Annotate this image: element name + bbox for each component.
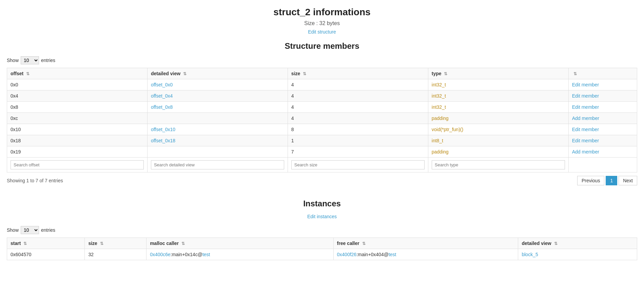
free-caller-suffix: :main+0x404@ — [356, 252, 389, 257]
inst-col-detailed: detailed view ⇅ — [518, 238, 637, 249]
search-detailed-view-input[interactable] — [151, 160, 284, 169]
instance-detailed-view: block_5 — [518, 249, 637, 260]
inst-col-start: start ⇅ — [7, 238, 85, 249]
member-detail-link[interactable]: offset_0x18 — [151, 138, 175, 143]
member-detail-link[interactable]: offset_0x0 — [151, 82, 173, 87]
edit-member-button[interactable]: Edit member — [568, 124, 637, 135]
member-offset: 0x4 — [7, 90, 148, 102]
edit-structure-link[interactable]: Edit structure — [308, 29, 336, 35]
member-type: int8_t — [428, 135, 568, 146]
structure-members-heading: Structure members — [7, 41, 637, 51]
member-detail-link[interactable]: offset_0x8 — [151, 104, 173, 110]
members-previous-button[interactable]: Previous — [577, 176, 604, 185]
malloc-caller-link[interactable]: 0x400c6e — [150, 252, 171, 257]
entries-select[interactable]: 10 25 50 100 — [21, 56, 39, 64]
add-member-button[interactable]: Add member — [568, 113, 637, 124]
members-page-1-button[interactable]: 1 — [606, 176, 617, 185]
free-caller-test-link[interactable]: test — [389, 252, 396, 257]
show-label-before: Show — [7, 58, 19, 63]
instance-row: 0x604570320x400c6e:main+0x14c@test0x400f… — [7, 249, 637, 260]
table-row: 0x197paddingAdd member — [7, 146, 637, 158]
page-title: struct_2 informations — [7, 7, 637, 18]
malloc-caller-test-link[interactable]: test — [202, 252, 210, 257]
free-caller-link[interactable]: 0x400f26 — [337, 252, 357, 257]
member-size: 4 — [288, 102, 428, 113]
col-type: type ⇅ — [428, 68, 568, 79]
edit-member-button[interactable]: Edit member — [568, 102, 637, 113]
show-instances-label-before: Show — [7, 227, 19, 233]
sort-offset-icon[interactable]: ⇅ — [26, 71, 30, 76]
member-detail-link[interactable]: offset_0x4 — [151, 93, 173, 99]
member-size: 1 — [288, 135, 428, 146]
sort-inst-detailed-icon[interactable]: ⇅ — [554, 241, 558, 246]
entries-instances-select[interactable]: 10 25 50 100 — [21, 226, 39, 234]
instances-table: start ⇅ size ⇅ malloc caller ⇅ free call… — [7, 238, 637, 260]
member-offset: 0x10 — [7, 124, 148, 135]
table-row: 0x8offset_0x84int32_tEdit member — [7, 102, 637, 113]
instance-detail-link[interactable]: block_5 — [522, 252, 538, 257]
member-detailed-view: offset_0x18 — [147, 135, 288, 146]
member-offset: 0x0 — [7, 79, 148, 90]
instance-start: 0x604570 — [7, 249, 85, 260]
member-detailed-view: offset_0x8 — [147, 102, 288, 113]
member-offset: 0x8 — [7, 102, 148, 113]
table-row: 0x0offset_0x04int32_tEdit member — [7, 79, 637, 90]
search-action-empty — [568, 158, 637, 172]
search-type-input[interactable] — [432, 160, 565, 169]
edit-instances-link[interactable]: Edit instances — [307, 214, 337, 219]
edit-member-button[interactable]: Edit member — [568, 135, 637, 146]
member-detailed-view — [147, 146, 288, 158]
col-detailed-view: detailed view ⇅ — [147, 68, 288, 79]
edit-member-button[interactable]: Edit member — [568, 79, 637, 90]
col-size: size ⇅ — [288, 68, 428, 79]
show-instances-label-after: entries — [41, 227, 55, 233]
member-size: 7 — [288, 146, 428, 158]
search-size-input[interactable] — [291, 160, 425, 169]
instance-size: 32 — [85, 249, 147, 260]
member-detailed-view: offset_0x10 — [147, 124, 288, 135]
member-detail-link[interactable]: offset_0x10 — [151, 127, 175, 132]
sort-size-icon[interactable]: ⇅ — [303, 71, 306, 76]
sort-action-icon[interactable]: ⇅ — [573, 71, 577, 76]
member-offset: 0x19 — [7, 146, 148, 158]
members-showing-text: Showing 1 to 7 of 7 entries — [7, 178, 63, 183]
member-type: int32_t — [428, 102, 568, 113]
malloc-caller-suffix: :main+0x14c@ — [171, 252, 202, 257]
member-size: 4 — [288, 90, 428, 102]
members-pagination-controls: Previous 1 Next — [577, 176, 637, 185]
member-type: padding — [428, 146, 568, 158]
member-size: 4 — [288, 113, 428, 124]
edit-member-button[interactable]: Edit member — [568, 90, 637, 102]
sort-type-icon[interactable]: ⇅ — [444, 71, 447, 76]
members-pagination: Showing 1 to 7 of 7 entries Previous 1 N… — [7, 176, 637, 185]
sort-free-icon[interactable]: ⇅ — [362, 241, 366, 246]
search-offset-input[interactable] — [11, 160, 144, 169]
member-offset: 0x18 — [7, 135, 148, 146]
member-size: 4 — [288, 79, 428, 90]
add-member-button[interactable]: Add member — [568, 146, 637, 158]
members-table: offset ⇅ detailed view ⇅ size ⇅ type ⇅ ⇅… — [7, 68, 637, 172]
col-offset: offset ⇅ — [7, 68, 148, 79]
member-type: padding — [428, 113, 568, 124]
inst-col-free: free caller ⇅ — [333, 238, 518, 249]
table-row: 0x4offset_0x44int32_tEdit member — [7, 90, 637, 102]
col-action: ⇅ — [568, 68, 637, 79]
member-type: void(*ptr_fun)() — [428, 124, 568, 135]
instances-heading: Instances — [7, 199, 637, 208]
table-row: 0xc4paddingAdd member — [7, 113, 637, 124]
search-row — [7, 158, 637, 172]
member-detailed-view: offset_0x4 — [147, 90, 288, 102]
member-offset: 0xc — [7, 113, 148, 124]
sort-start-icon[interactable]: ⇅ — [23, 241, 27, 246]
sort-inst-size-icon[interactable]: ⇅ — [100, 241, 103, 246]
member-type: int32_t — [428, 90, 568, 102]
sort-malloc-icon[interactable]: ⇅ — [181, 241, 185, 246]
inst-col-malloc: malloc caller ⇅ — [147, 238, 333, 249]
members-next-button[interactable]: Next — [619, 176, 637, 185]
instance-malloc-caller: 0x400c6e:main+0x14c@test — [147, 249, 333, 260]
table-row: 0x18offset_0x181int8_tEdit member — [7, 135, 637, 146]
sort-detailed-icon[interactable]: ⇅ — [183, 71, 187, 76]
show-label-after: entries — [41, 58, 55, 63]
instance-free-caller: 0x400f26:main+0x404@test — [333, 249, 518, 260]
table-row: 0x10offset_0x108void(*ptr_fun)()Edit mem… — [7, 124, 637, 135]
